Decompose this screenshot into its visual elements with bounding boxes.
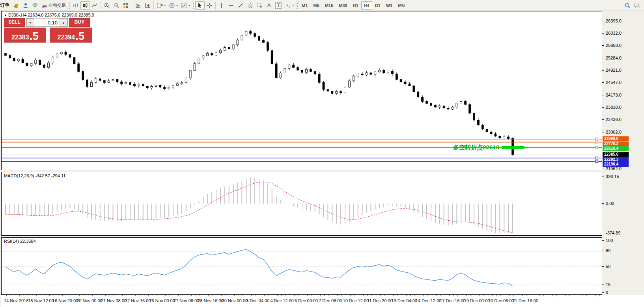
volume-increase-button[interactable]: ▲ (60, 19, 67, 26)
zoom-out-icon (113, 2, 119, 9)
timeframe-m30-button[interactable]: M30 (336, 1, 350, 10)
timeframe-m15-button[interactable]: M15 (322, 1, 336, 10)
chat-icon (634, 2, 641, 9)
time-tick-mark (500, 295, 501, 296)
chart-shift-button[interactable] (143, 1, 152, 10)
time-tick-mark (75, 295, 75, 296)
arrows-tool-button[interactable]: ▾ (283, 1, 295, 10)
rsi-chart[interactable] (2, 238, 602, 294)
tile-windows-button[interactable] (121, 1, 131, 10)
buy-button[interactable]: BUY (69, 18, 90, 27)
rsi-tick-label: 15 (606, 282, 610, 287)
time-tick-mark (312, 295, 312, 296)
trendline-tool-button[interactable] (236, 1, 245, 10)
time-tick-mark (453, 295, 454, 296)
time-tick-mark (191, 295, 192, 296)
macd-chart[interactable] (2, 172, 602, 235)
new-chart-button[interactable]: ▾ (155, 1, 167, 10)
indicators-button[interactable]: ▾ (179, 1, 192, 10)
vertical-line-tool-button[interactable] (217, 1, 226, 10)
timeframe-m5-button[interactable]: M5 (310, 1, 322, 10)
svg-text:F: F (260, 6, 262, 9)
community-button[interactable] (21, 1, 30, 10)
price-tick-label: 21962.0 (606, 166, 622, 171)
volume-decrease-button[interactable]: ▼ (26, 19, 34, 26)
macd-pane: MACD(12,26,9) -342.57 -294.11 336.150.00… (1, 172, 644, 236)
zoom-in-button[interactable] (102, 1, 112, 10)
text-label-tool-button[interactable]: A (264, 1, 274, 10)
chat-button[interactable] (632, 1, 642, 10)
time-tick-mark (591, 295, 591, 296)
time-tick-mark (470, 295, 471, 296)
rsi-plot-surface[interactable]: RSI(14) 22.3584 (1, 237, 602, 295)
period-button[interactable]: ▾ (167, 1, 179, 10)
bid-fraction: .5 (30, 32, 39, 41)
time-tick-mark (256, 295, 256, 296)
price-tag: 22292.3 (603, 157, 629, 162)
timeframe-m1-button[interactable]: M1 (299, 1, 310, 10)
horizontal-line-tool-button[interactable] (226, 1, 236, 10)
collapse-icon[interactable]: ▲ (4, 13, 7, 17)
main-plot-surface[interactable]: ▲ DJ30-,H4 22634.0 22676.0 22369.0 22385… (1, 11, 602, 170)
crosshair-button[interactable] (205, 1, 214, 10)
time-tick-mark (496, 295, 497, 296)
cursor-button[interactable] (195, 1, 205, 10)
new-order-label: 订单 (0, 2, 9, 9)
time-tick-mark (543, 295, 544, 296)
zoom-out-button[interactable] (112, 1, 121, 10)
auto-trading-button[interactable]: 自动交易 (40, 1, 67, 10)
rsi-label: RSI(14) 22.3584 (4, 239, 36, 244)
time-tick-mark (15, 295, 15, 296)
price-tick-mark (602, 119, 604, 120)
text-box-tool-button[interactable]: T (274, 1, 283, 10)
time-tick-mark (286, 295, 286, 296)
time-tick-mark (505, 295, 505, 296)
time-tick-mark (389, 295, 389, 296)
line-chart-button[interactable] (90, 1, 99, 10)
fibonacci-tool-button[interactable]: F (255, 1, 264, 10)
volume-input[interactable] (34, 19, 60, 26)
timeframe-h1-button[interactable]: H1 (350, 1, 361, 10)
time-tick-mark (574, 295, 574, 296)
ask-fraction: .5 (75, 32, 84, 41)
market-watch-button[interactable] (11, 1, 21, 10)
time-tick-mark (565, 295, 566, 296)
channel-tool-button[interactable]: E (245, 1, 255, 10)
time-tick-mark (101, 295, 101, 296)
time-tick-label: 19 Dec 00:00 (464, 298, 490, 303)
ask-price-display[interactable]: 22394.5 (50, 28, 92, 43)
time-tick-label: 16 Nov 20:00 (52, 298, 78, 303)
timeframe-d1-button[interactable]: D1 (372, 1, 383, 10)
time-tick-mark (88, 295, 88, 296)
time-tick-mark (393, 295, 394, 296)
time-tick-mark (290, 295, 290, 296)
candlestick-chart-button[interactable] (80, 1, 90, 10)
indicators-icon (181, 2, 187, 9)
time-tick-mark (539, 295, 539, 296)
time-tick-mark (67, 295, 67, 296)
new-order-button[interactable]: 订单 (0, 1, 11, 10)
timeframe-mn-button[interactable]: MN (395, 1, 407, 10)
timeframe-w1-button[interactable]: W1 (383, 1, 396, 10)
time-axis[interactable]: 14 Nov 201815 Nov 12:0016 Nov 20:0020 No… (1, 295, 644, 307)
macd-plot-surface[interactable]: MACD(12,26,9) -342.57 -294.11 (1, 172, 602, 236)
time-tick-mark (337, 295, 338, 296)
time-tick-mark (445, 295, 445, 296)
timeframe-h4-button[interactable]: H4 (361, 1, 372, 10)
time-tick-mark (54, 295, 54, 296)
bid-price-display[interactable]: 22383.5 (4, 28, 46, 43)
macd-tick-mark (602, 177, 604, 177)
price-tick-label: 23436.0 (606, 117, 622, 122)
sell-button[interactable]: SELL (4, 18, 25, 27)
time-tick-mark (110, 295, 110, 296)
zoom-in-icon (104, 2, 110, 9)
time-tick-mark (71, 295, 71, 296)
auto-scroll-button[interactable] (133, 1, 143, 10)
bar-chart-button[interactable] (71, 1, 80, 10)
time-tick-mark (427, 295, 428, 296)
time-tick-mark (518, 295, 518, 296)
turning-point-annotation[interactable]: 多空转折点22610 (427, 144, 499, 151)
time-tick-mark (243, 295, 243, 296)
search-button[interactable] (623, 1, 632, 10)
signals-button[interactable] (30, 1, 40, 10)
